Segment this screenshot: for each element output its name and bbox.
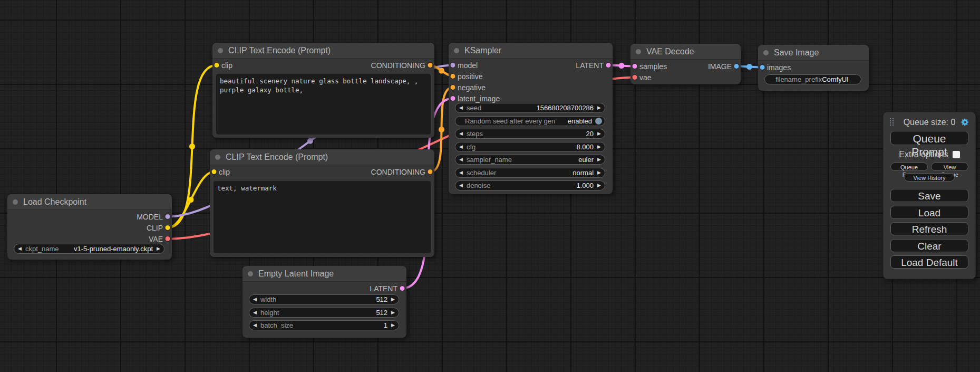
node-title-bar[interactable]: Save Image (758, 45, 869, 61)
widget-value: 156680208700286 (537, 104, 594, 112)
widget-label: height (260, 309, 279, 317)
increment-arrow[interactable]: ▶ (594, 145, 605, 149)
widget-scheduler[interactable]: ◀schedulernormal▶ (455, 168, 605, 178)
link-midpoint-dot[interactable] (439, 127, 444, 132)
node-empty-latent-image[interactable]: Empty Latent ImageLATENT◀width512▶◀heigh… (242, 266, 406, 338)
widget-Random-seed-after-every-gen[interactable]: Random seed after every genenabled (455, 116, 605, 126)
save-button[interactable]: Save (890, 189, 968, 202)
increment-arrow[interactable]: ▶ (594, 183, 605, 188)
widget-label: steps (467, 130, 483, 138)
node-clip-text-encode-negative[interactable]: CLIP Text Encode (Prompt)clipCONDITIONIN… (210, 149, 434, 257)
widget-label: ckpt_name (25, 245, 59, 253)
widget-sampler_name[interactable]: ◀sampler_nameeuler▶ (455, 155, 605, 165)
node-title-bar[interactable]: Empty Latent Image (242, 266, 406, 282)
link-midpoint-dot[interactable] (746, 64, 752, 70)
view-queue-button[interactable]: View Queue (931, 163, 968, 171)
increment-arrow[interactable]: ▶ (387, 310, 399, 315)
node-title-bar[interactable]: VAE Decode (630, 44, 741, 60)
settings-gear-icon[interactable] (960, 118, 969, 129)
widget-value: normal (573, 169, 594, 177)
extra-options-label: Extra options (899, 150, 948, 159)
clip-input-label: clip (212, 61, 232, 70)
decrement-arrow[interactable]: ◀ (455, 131, 467, 136)
increment-arrow[interactable]: ▶ (594, 170, 605, 175)
widget-height[interactable]: ◀height512▶ (249, 308, 399, 318)
widget-value: 512 (376, 309, 387, 317)
node-title-text: VAE Decode (646, 47, 694, 56)
increment-arrow[interactable]: ▶ (594, 157, 605, 162)
CONDITIONING-output-label: CONDITIONING (371, 168, 434, 176)
increment-arrow[interactable]: ▶ (594, 106, 605, 110)
node-title-bar[interactable]: KSampler (449, 43, 613, 59)
decrement-arrow[interactable]: ◀ (455, 145, 467, 149)
node-clip-text-encode-positive[interactable]: CLIP Text Encode (Prompt)clipCONDITIONIN… (212, 43, 434, 138)
queue-prompt-button[interactable]: Queue Prompt (890, 131, 968, 145)
node-load-checkpoint[interactable]: Load CheckpointMODELCLIPVAE◀ckpt_namev1-… (7, 194, 172, 260)
node-graph-canvas[interactable]: Load CheckpointMODELCLIPVAE◀ckpt_namev1-… (0, 0, 980, 372)
node-ksampler[interactable]: KSamplermodelLATENTpositivenegativelaten… (449, 43, 613, 194)
decrement-arrow[interactable]: ◀ (249, 323, 260, 328)
collapse-dot-icon[interactable] (13, 199, 18, 205)
decrement-arrow[interactable]: ◀ (455, 106, 467, 110)
toggle-dot[interactable] (595, 118, 602, 125)
widget-label: sampler_name (467, 156, 512, 164)
refresh-button[interactable]: Refresh (890, 222, 968, 235)
widget-label: filename_prefix (775, 75, 822, 83)
widget-cfg[interactable]: ◀cfg8.000▶ (455, 142, 605, 152)
widget-denoise[interactable]: ◀denoise1.000▶ (455, 180, 605, 190)
decrement-arrow[interactable]: ◀ (14, 246, 25, 251)
widget-seed[interactable]: ◀seed156680208700286▶ (455, 103, 605, 113)
decrement-arrow[interactable]: ◀ (455, 170, 467, 175)
increment-arrow[interactable]: ▶ (387, 323, 399, 328)
link-midpoint-dot[interactable] (439, 68, 444, 74)
decrement-arrow[interactable]: ◀ (249, 310, 260, 315)
increment-arrow[interactable]: ▶ (387, 297, 399, 302)
collapse-dot-icon[interactable] (636, 49, 641, 54)
widget-label: denoise (467, 182, 491, 189)
load-default-button[interactable]: Load Default (890, 255, 968, 269)
decrement-arrow[interactable]: ◀ (455, 183, 467, 188)
load-button[interactable]: Load (890, 206, 968, 219)
CONDITIONING-output-label: CONDITIONING (371, 61, 434, 70)
queue-panel: Queue size: 0 Queue Prompt Extra options… (883, 112, 976, 279)
clear-button[interactable]: Clear (890, 239, 968, 252)
widget-ckpt_name[interactable]: ◀ckpt_namev1-5-pruned-emaonly.ckpt▶ (14, 244, 164, 254)
prompt-textarea[interactable]: text, watermark (214, 181, 431, 253)
collapse-dot-icon[interactable] (215, 155, 220, 160)
prompt-textarea[interactable]: beautiful scenery nature glass bottle la… (216, 74, 431, 135)
increment-arrow[interactable]: ▶ (153, 246, 164, 251)
node-save-image[interactable]: Save Imageimagesfilename_prefixComfyUI (758, 45, 869, 91)
drag-handle-icon[interactable] (890, 118, 894, 126)
decrement-arrow[interactable]: ◀ (455, 157, 467, 162)
collapse-dot-icon[interactable] (454, 48, 459, 53)
link-midpoint-dot[interactable] (189, 144, 195, 149)
MODEL-output-label: MODEL (137, 213, 172, 221)
view-history-button[interactable]: View History (904, 173, 955, 182)
decrement-arrow[interactable]: ◀ (249, 297, 260, 302)
increment-arrow[interactable]: ▶ (594, 131, 605, 136)
node-vae-decode[interactable]: VAE DecodesamplesIMAGEvae (630, 44, 741, 84)
widget-width[interactable]: ◀width512▶ (249, 294, 399, 304)
widget-filename_prefix[interactable]: filename_prefixComfyUI (764, 74, 861, 84)
link-midpoint-dot[interactable] (307, 138, 313, 144)
widget-label: batch_size (260, 321, 293, 329)
collapse-dot-icon[interactable] (248, 271, 253, 276)
widget-label: Random seed after every gen (465, 117, 555, 125)
node-title-text: KSampler (464, 46, 501, 55)
collapse-dot-icon[interactable] (763, 50, 769, 55)
widget-value: enabled (568, 117, 592, 125)
collapse-dot-icon[interactable] (218, 48, 223, 53)
negative-input-label: negative (449, 83, 486, 92)
node-title-bar[interactable]: Load Checkpoint (7, 194, 172, 210)
link-midpoint-dot[interactable] (619, 63, 625, 69)
node-title-bar[interactable]: CLIP Text Encode (Prompt) (212, 43, 434, 59)
widget-steps[interactable]: ◀steps20▶ (455, 129, 605, 139)
link-midpoint-dot[interactable] (188, 197, 194, 203)
widget-batch_size[interactable]: ◀batch_size1▶ (249, 320, 399, 330)
samples-input-label: samples (630, 62, 667, 71)
node-title-bar[interactable]: CLIP Text Encode (Prompt) (210, 149, 434, 165)
queue-front-button[interactable]: Queue Front (890, 163, 928, 171)
VAE-output-label: VAE (149, 235, 172, 243)
extra-options-checkbox[interactable] (953, 151, 960, 158)
clip-input-label: clip (210, 168, 230, 176)
